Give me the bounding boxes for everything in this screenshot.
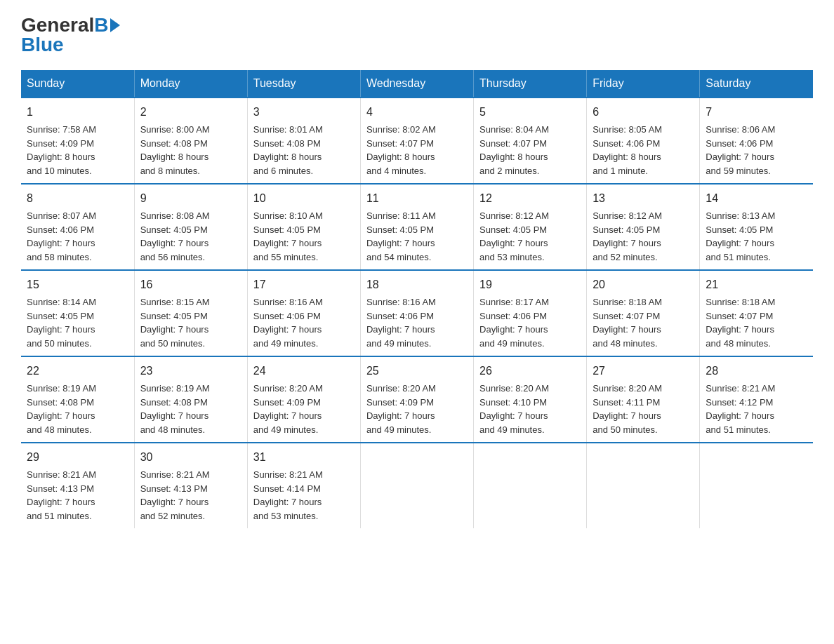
daylight-text2: and 52 minutes. <box>140 511 206 521</box>
calendar-cell: 30Sunrise: 8:21 AMSunset: 4:13 PMDayligh… <box>134 443 247 528</box>
calendar-week-1: 1Sunrise: 7:58 AMSunset: 4:09 PMDaylight… <box>21 98 813 184</box>
sunset-text: Sunset: 4:07 PM <box>706 311 773 321</box>
calendar-cell: 16Sunrise: 8:15 AMSunset: 4:05 PMDayligh… <box>134 270 247 356</box>
calendar-cell: 27Sunrise: 8:20 AMSunset: 4:11 PMDayligh… <box>587 356 700 443</box>
daylight-text2: and 49 minutes. <box>479 424 545 435</box>
logo-blue-label: Blue <box>21 34 64 56</box>
daylight-text2: and 6 minutes. <box>253 166 313 176</box>
sunrise-text: Sunrise: 8:18 AM <box>706 297 775 307</box>
calendar-table: SundayMondayTuesdayWednesdayThursdayFrid… <box>21 70 813 528</box>
daylight-text2: and 10 minutes. <box>27 166 92 176</box>
daylight-text: Daylight: 7 hours <box>366 410 435 421</box>
day-number: 21 <box>706 276 807 293</box>
calendar-cell: 25Sunrise: 8:20 AMSunset: 4:09 PMDayligh… <box>360 356 473 443</box>
sunrise-text: Sunrise: 8:19 AM <box>140 383 210 394</box>
weekday-header-tuesday: Tuesday <box>247 70 360 98</box>
day-number: 24 <box>253 363 355 380</box>
sunset-text: Sunset: 4:08 PM <box>27 397 94 408</box>
daylight-text2: and 49 minutes. <box>366 424 432 435</box>
sunset-text: Sunset: 4:05 PM <box>366 224 434 235</box>
calendar-cell <box>474 443 587 528</box>
calendar-cell: 24Sunrise: 8:20 AMSunset: 4:09 PMDayligh… <box>247 356 360 443</box>
daylight-text: Daylight: 7 hours <box>27 238 95 248</box>
daylight-text: Daylight: 7 hours <box>366 324 435 335</box>
weekday-header-wednesday: Wednesday <box>360 70 473 98</box>
day-number: 15 <box>27 276 128 293</box>
calendar-cell: 21Sunrise: 8:18 AMSunset: 4:07 PMDayligh… <box>700 270 813 356</box>
weekday-header-sunday: Sunday <box>21 70 134 98</box>
calendar-cell: 13Sunrise: 8:12 AMSunset: 4:05 PMDayligh… <box>587 184 700 270</box>
sunset-text: Sunset: 4:07 PM <box>366 138 434 149</box>
calendar-cell <box>360 443 473 528</box>
calendar-cell: 5Sunrise: 8:04 AMSunset: 4:07 PMDaylight… <box>474 98 587 184</box>
calendar-cell: 28Sunrise: 8:21 AMSunset: 4:12 PMDayligh… <box>700 356 813 443</box>
day-number: 17 <box>253 276 355 293</box>
daylight-text: Daylight: 7 hours <box>593 324 661 335</box>
sunrise-text: Sunrise: 8:21 AM <box>140 469 210 480</box>
sunrise-text: Sunrise: 8:06 AM <box>706 124 775 135</box>
calendar-cell: 18Sunrise: 8:16 AMSunset: 4:06 PMDayligh… <box>360 270 473 356</box>
page-header: General B Blue <box>21 14 813 56</box>
sunrise-text: Sunrise: 8:20 AM <box>366 383 436 394</box>
day-number: 23 <box>140 363 241 380</box>
sunset-text: Sunset: 4:05 PM <box>593 224 660 235</box>
daylight-text: Daylight: 7 hours <box>140 238 209 248</box>
daylight-text: Daylight: 7 hours <box>253 497 322 507</box>
calendar-cell: 29Sunrise: 8:21 AMSunset: 4:13 PMDayligh… <box>21 443 134 528</box>
sunrise-text: Sunrise: 8:15 AM <box>140 297 210 307</box>
day-number: 4 <box>366 104 468 121</box>
day-number: 16 <box>140 276 241 293</box>
calendar-cell: 14Sunrise: 8:13 AMSunset: 4:05 PMDayligh… <box>700 184 813 270</box>
daylight-text: Daylight: 7 hours <box>593 238 661 248</box>
sunrise-text: Sunrise: 8:05 AM <box>593 124 662 135</box>
day-number: 29 <box>27 449 128 466</box>
day-number: 19 <box>479 276 581 293</box>
calendar-header: SundayMondayTuesdayWednesdayThursdayFrid… <box>21 70 813 98</box>
day-number: 25 <box>366 363 468 380</box>
sunrise-text: Sunrise: 8:18 AM <box>593 297 662 307</box>
daylight-text2: and 49 minutes. <box>479 338 545 349</box>
sunset-text: Sunset: 4:09 PM <box>253 397 321 408</box>
calendar-cell: 4Sunrise: 8:02 AMSunset: 4:07 PMDaylight… <box>360 98 473 184</box>
logo-arrow-icon <box>110 18 120 32</box>
daylight-text: Daylight: 7 hours <box>593 410 661 421</box>
sunrise-text: Sunrise: 8:01 AM <box>253 124 323 135</box>
calendar-week-4: 22Sunrise: 8:19 AMSunset: 4:08 PMDayligh… <box>21 356 813 443</box>
sunset-text: Sunset: 4:13 PM <box>27 483 94 494</box>
daylight-text: Daylight: 8 hours <box>140 152 209 162</box>
daylight-text2: and 56 minutes. <box>140 252 206 262</box>
sunrise-text: Sunrise: 8:13 AM <box>706 210 775 221</box>
sunset-text: Sunset: 4:08 PM <box>140 397 208 408</box>
sunset-text: Sunset: 4:06 PM <box>27 224 94 235</box>
calendar-cell: 7Sunrise: 8:06 AMSunset: 4:06 PMDaylight… <box>700 98 813 184</box>
calendar-cell: 2Sunrise: 8:00 AMSunset: 4:08 PMDaylight… <box>134 98 247 184</box>
calendar-cell: 22Sunrise: 8:19 AMSunset: 4:08 PMDayligh… <box>21 356 134 443</box>
calendar-cell: 20Sunrise: 8:18 AMSunset: 4:07 PMDayligh… <box>587 270 700 356</box>
sunrise-text: Sunrise: 7:58 AM <box>27 124 96 135</box>
calendar-cell <box>587 443 700 528</box>
daylight-text: Daylight: 8 hours <box>593 152 661 162</box>
sunset-text: Sunset: 4:12 PM <box>706 397 773 408</box>
day-number: 18 <box>366 276 468 293</box>
calendar-cell: 19Sunrise: 8:17 AMSunset: 4:06 PMDayligh… <box>474 270 587 356</box>
daylight-text: Daylight: 7 hours <box>140 324 209 335</box>
sunrise-text: Sunrise: 8:20 AM <box>253 383 323 394</box>
sunset-text: Sunset: 4:06 PM <box>479 311 547 321</box>
calendar-week-5: 29Sunrise: 8:21 AMSunset: 4:13 PMDayligh… <box>21 443 813 528</box>
sunrise-text: Sunrise: 8:12 AM <box>593 210 662 221</box>
day-number: 9 <box>140 190 241 207</box>
logo: General B Blue <box>21 14 120 56</box>
sunset-text: Sunset: 4:06 PM <box>253 311 321 321</box>
calendar-cell: 31Sunrise: 8:21 AMSunset: 4:14 PMDayligh… <box>247 443 360 528</box>
daylight-text2: and 54 minutes. <box>366 252 432 262</box>
sunset-text: Sunset: 4:07 PM <box>479 138 547 149</box>
daylight-text: Daylight: 7 hours <box>253 324 322 335</box>
daylight-text2: and 1 minute. <box>593 166 648 176</box>
calendar-body: 1Sunrise: 7:58 AMSunset: 4:09 PMDaylight… <box>21 98 813 528</box>
daylight-text: Daylight: 7 hours <box>479 410 548 421</box>
day-number: 6 <box>593 104 694 121</box>
sunrise-text: Sunrise: 8:11 AM <box>366 210 436 221</box>
weekday-row: SundayMondayTuesdayWednesdayThursdayFrid… <box>21 70 813 98</box>
day-number: 27 <box>593 363 694 380</box>
daylight-text2: and 49 minutes. <box>253 338 319 349</box>
